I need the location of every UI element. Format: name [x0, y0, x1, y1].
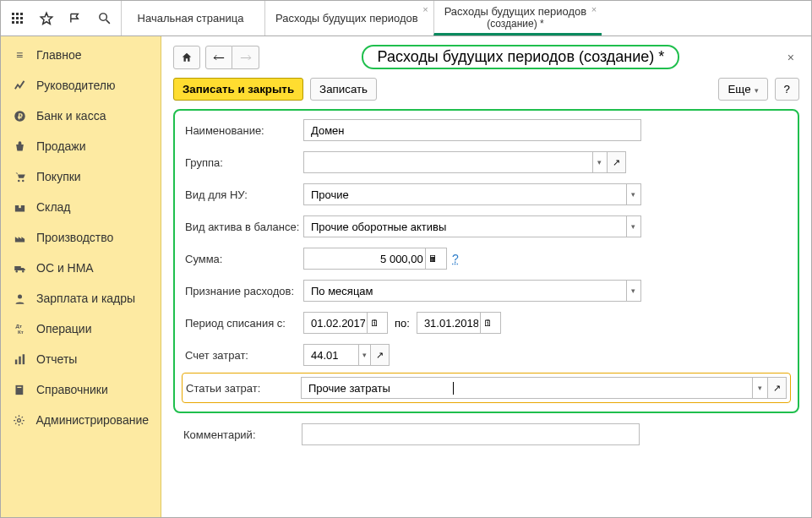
schet-input[interactable]: [309, 348, 358, 363]
nav-back-button[interactable]: 🡐: [205, 46, 232, 69]
calendar-icon[interactable]: 🗓: [367, 313, 382, 333]
help-link[interactable]: ?: [452, 252, 459, 265]
period-to-input[interactable]: [422, 316, 480, 330]
cart-icon: [13, 170, 26, 183]
sidebar-item-manager[interactable]: Руководителю: [1, 70, 161, 101]
page-title: Расходы будущих периодов (создание) *: [362, 45, 679, 69]
priznanie-input[interactable]: [309, 284, 626, 298]
dropdown-icon[interactable]: ▾: [752, 378, 767, 398]
sidebar-item-label: Главное: [36, 48, 82, 62]
sidebar-item-reference[interactable]: Справочники: [1, 374, 161, 405]
open-button[interactable]: ↗: [608, 151, 626, 173]
more-button[interactable]: Еще: [718, 78, 767, 101]
tab-home[interactable]: Начальная страница: [121, 1, 264, 35]
sidebar-item-admin[interactable]: Администрирование: [1, 405, 161, 435]
vid-aktiva-field[interactable]: ▾: [303, 215, 641, 237]
label-schet: Счет затрат:: [185, 349, 303, 362]
svg-rect-23: [19, 356, 21, 363]
stati-input[interactable]: [307, 381, 452, 395]
open-button[interactable]: ↗: [768, 377, 787, 399]
sidebar-item-label: ОС и НМА: [36, 261, 94, 275]
group-input[interactable]: [309, 155, 592, 170]
bar-chart-icon: [13, 352, 26, 366]
help-button[interactable]: ?: [775, 78, 799, 101]
sidebar-item-label: Справочники: [36, 383, 108, 396]
label-priznanie: Признание расходов:: [185, 285, 303, 297]
period-from-input[interactable]: [309, 316, 367, 330]
dropdown-icon[interactable]: ▾: [592, 152, 607, 172]
name-field[interactable]: [303, 119, 641, 141]
sidebar-item-sales[interactable]: Продажи: [1, 131, 161, 161]
dropdown-icon[interactable]: ▾: [626, 184, 640, 204]
svg-rect-0: [12, 13, 14, 15]
sidebar-item-production[interactable]: Производство: [1, 222, 161, 253]
sidebar-item-purchases[interactable]: Покупки: [1, 161, 161, 192]
tab-sublabel: (создание) *: [487, 18, 544, 30]
svg-point-14: [22, 179, 25, 182]
vid-nu-input[interactable]: [309, 188, 626, 202]
comment-input[interactable]: [308, 428, 634, 442]
dropdown-icon[interactable]: ▾: [358, 345, 370, 365]
sidebar-item-hr[interactable]: Зарплата и кадры: [1, 283, 161, 314]
svg-point-27: [18, 418, 21, 422]
apps-icon[interactable]: [9, 10, 26, 27]
svg-point-19: [18, 294, 22, 298]
vid-aktiva-input[interactable]: [309, 220, 626, 234]
svg-rect-26: [17, 386, 21, 387]
sidebar-item-main[interactable]: ≡ Главное: [1, 40, 161, 70]
star-icon[interactable]: [38, 10, 55, 27]
save-button[interactable]: Записать: [310, 78, 377, 101]
period-from-field[interactable]: 🗓: [303, 312, 388, 334]
nav-forward-button[interactable]: 🡒: [232, 46, 259, 69]
gear-icon: [13, 413, 26, 427]
stati-field[interactable]: ▾: [301, 377, 768, 399]
save-close-button[interactable]: Записать и закрыть: [173, 78, 303, 101]
sidebar-item-operations[interactable]: ДтКт Операции: [1, 314, 161, 344]
bag-icon: [13, 139, 26, 153]
close-button[interactable]: ×: [782, 47, 799, 68]
calculator-icon[interactable]: 🖩: [425, 248, 441, 269]
comment-field[interactable]: [302, 423, 640, 445]
period-to-field[interactable]: 🗓: [417, 312, 501, 334]
tab-label: Расходы будущих периодов: [444, 5, 587, 18]
sidebar-item-label: Отчеты: [36, 352, 77, 366]
group-field[interactable]: ▾: [303, 151, 608, 173]
form-highlight-box: Наименование: Группа: ▾ ↗: [173, 109, 799, 413]
top-toolbar: Начальная страница Расходы будущих перио…: [1, 1, 811, 36]
tab-close-icon[interactable]: ×: [422, 4, 428, 14]
label-po: по:: [395, 317, 410, 330]
svg-rect-16: [19, 205, 21, 208]
priznanie-field[interactable]: ▾: [303, 280, 641, 302]
history-icon[interactable]: [67, 10, 84, 27]
sidebar-item-bank[interactable]: ₽ Банк и касса: [1, 101, 161, 131]
svg-text:₽: ₽: [17, 112, 22, 120]
search-icon[interactable]: [95, 10, 112, 27]
svg-point-17: [15, 270, 18, 273]
svg-text:Кт: Кт: [18, 328, 24, 334]
home-button[interactable]: [173, 46, 200, 69]
sidebar-item-label: Продажи: [36, 139, 85, 153]
tab-label: Расходы будущих периодов: [275, 12, 418, 25]
schet-field[interactable]: ▾: [303, 344, 371, 366]
sidebar: ≡ Главное Руководителю ₽ Банк и касса Пр…: [1, 36, 161, 517]
sidebar-item-label: Склад: [36, 200, 71, 214]
svg-rect-6: [12, 21, 14, 24]
sidebar-item-warehouse[interactable]: Склад: [1, 192, 161, 222]
label-period: Период списания с:: [185, 317, 303, 330]
sidebar-item-assets[interactable]: ОС и НМА: [1, 253, 161, 283]
name-input[interactable]: [309, 123, 635, 138]
summa-input[interactable]: [309, 252, 425, 266]
tab-rbp-create[interactable]: Расходы будущих периодов (создание) * ×: [433, 1, 602, 35]
vid-nu-field[interactable]: ▾: [303, 183, 641, 205]
svg-point-9: [99, 14, 106, 20]
calendar-icon[interactable]: 🗓: [480, 313, 495, 333]
dropdown-icon[interactable]: ▾: [626, 281, 640, 301]
tab-rbp-list[interactable]: Расходы будущих периодов ×: [264, 1, 433, 35]
chart-line-icon: [13, 79, 26, 92]
sidebar-item-reports[interactable]: Отчеты: [1, 344, 161, 374]
dropdown-icon[interactable]: ▾: [626, 216, 640, 237]
tab-close-icon[interactable]: ×: [591, 4, 597, 14]
open-button[interactable]: ↗: [371, 344, 390, 366]
summa-field[interactable]: 🖩: [303, 248, 447, 270]
box-icon: [13, 200, 26, 214]
